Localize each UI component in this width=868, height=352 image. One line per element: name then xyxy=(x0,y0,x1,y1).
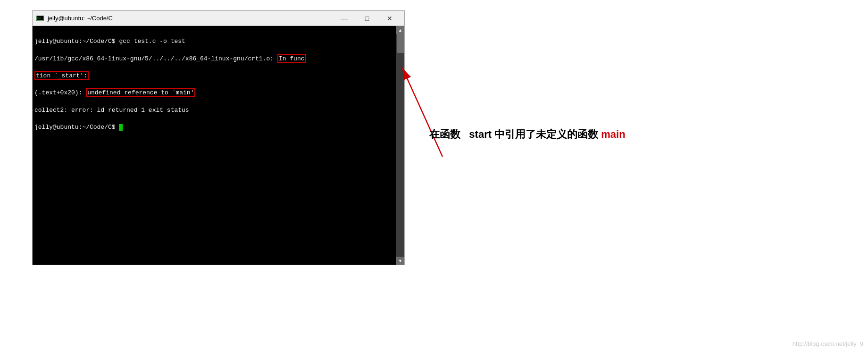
terminal-line-3: tion `_start': xyxy=(34,72,394,80)
svg-text:C:\: C:\ xyxy=(37,17,42,19)
scroll-down-arrow[interactable]: ▼ xyxy=(396,257,404,265)
annotation-text-highlighted: main xyxy=(601,128,625,140)
minimize-button[interactable]: — xyxy=(334,11,355,26)
annotation-text: 在函数 _start 中引用了未定义的函数 main xyxy=(429,127,626,142)
terminal-window: C:\ jelly@ubuntu: ~/Code/C — □ ✕ jelly@u… xyxy=(32,10,405,265)
annotation-area: 在函数 _start 中引用了未定义的函数 main xyxy=(377,24,660,212)
highlight-undef-ref: undefined reference to `main' xyxy=(86,88,195,97)
terminal-cursor xyxy=(119,124,123,131)
terminal-line-1: jelly@ubuntu:~/Code/C$ gcc test.c -o tes… xyxy=(34,37,394,46)
highlight-tion-start: tion `_start': xyxy=(34,71,89,80)
highlight-in-func: In func xyxy=(277,54,306,63)
svg-rect-3 xyxy=(39,21,41,21)
title-bar: C:\ jelly@ubuntu: ~/Code/C — □ ✕ xyxy=(33,11,404,26)
terminal-icon: C:\ xyxy=(36,15,44,22)
terminal-line-4: (.text+0x20): undefined reference to `ma… xyxy=(34,89,394,97)
watermark: http://blog.csdn.net/jelly_9 xyxy=(793,340,863,347)
window-title: jelly@ubuntu: ~/Code/C xyxy=(48,15,334,22)
terminal-line-2: /usr/lib/gcc/x86_64-linux-gnu/5/../../..… xyxy=(34,55,394,63)
terminal-line-5: collect2: error: ld returned 1 exit stat… xyxy=(34,106,394,115)
terminal-line-6: jelly@ubuntu:~/Code/C$ xyxy=(34,123,394,132)
terminal-body: jelly@ubuntu:~/Code/C$ gcc test.c -o tes… xyxy=(33,26,404,265)
maximize-button[interactable]: □ xyxy=(356,11,378,26)
terminal-output[interactable]: jelly@ubuntu:~/Code/C$ gcc test.c -o tes… xyxy=(33,26,396,265)
annotation-text-part1: 在函数 _start 中引用了未定义的函数 xyxy=(429,128,601,140)
